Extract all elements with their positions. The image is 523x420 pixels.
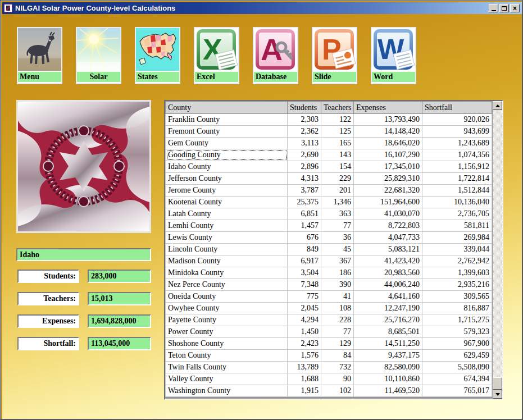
teachers-cell[interactable]: 77: [321, 220, 354, 232]
shortfall-cell[interactable]: 581,811: [422, 220, 492, 232]
table-row[interactable]: Nez Perce County 7,348 390 44,006,240 2,…: [166, 279, 492, 291]
table-row[interactable]: Power County 1,450 77 8,685,501 579,323: [166, 326, 492, 338]
shortfall-cell[interactable]: 816,887: [422, 303, 492, 314]
county-cell[interactable]: Gooding County: [166, 149, 288, 161]
expenses-cell[interactable]: 10,110,860: [354, 373, 422, 385]
shortfall-cell[interactable]: 629,459: [422, 350, 492, 362]
teachers-cell[interactable]: 363: [321, 208, 354, 220]
county-cell[interactable]: Lewis County: [166, 232, 288, 244]
expenses-cell[interactable]: 20,983,560: [354, 267, 422, 279]
county-cell[interactable]: Shoshone County: [166, 338, 288, 350]
table-row[interactable]: Teton County 1,576 84 9,437,175 629,459: [166, 350, 492, 362]
shortfall-cell[interactable]: 674,394: [422, 373, 492, 385]
shortfall-cell[interactable]: 1,399,603: [422, 267, 492, 279]
teachers-cell[interactable]: 90: [321, 373, 354, 385]
teachers-cell[interactable]: 102: [321, 385, 354, 397]
students-cell[interactable]: 1,688: [288, 373, 321, 385]
shortfall-cell[interactable]: 765,017: [422, 385, 492, 397]
vertical-scrollbar[interactable]: [493, 101, 502, 399]
county-cell[interactable]: Valley County: [166, 373, 288, 385]
students-cell[interactable]: 7,348: [288, 279, 321, 291]
shortfall-cell[interactable]: 339,044: [422, 244, 492, 255]
expenses-value-field[interactable]: 1,694,828,000: [88, 314, 151, 328]
expenses-cell[interactable]: 44,006,240: [354, 279, 422, 291]
expenses-cell[interactable]: 13,793,490: [354, 114, 422, 126]
column-header-shortfall[interactable]: Shortfall: [422, 102, 492, 114]
teachers-cell[interactable]: 229: [321, 173, 354, 185]
teachers-cell[interactable]: 129: [321, 338, 354, 350]
slide-button[interactable]: P Slide: [312, 27, 357, 84]
teachers-cell[interactable]: 45: [321, 244, 354, 255]
expenses-cell[interactable]: 82,580,090: [354, 362, 422, 373]
teachers-cell[interactable]: 367: [321, 255, 354, 267]
shortfall-value-field[interactable]: 113,045,000: [88, 337, 151, 350]
county-cell[interactable]: Kootenai County: [166, 197, 288, 208]
expenses-cell[interactable]: 22,681,320: [354, 185, 422, 197]
table-row[interactable]: Owyhee County 2,045 108 12,247,190 816,8…: [166, 303, 492, 314]
minimize-button[interactable]: [489, 4, 498, 12]
teachers-cell[interactable]: 77: [321, 326, 354, 338]
shortfall-cell[interactable]: 579,323: [422, 326, 492, 338]
students-cell[interactable]: 1,450: [288, 326, 321, 338]
teachers-cell[interactable]: 228: [321, 314, 354, 326]
table-row[interactable]: Washington County 1,915 102 11,469,520 7…: [166, 385, 492, 397]
county-cell[interactable]: Jefferson County: [166, 173, 288, 185]
column-header-county[interactable]: County: [166, 102, 288, 114]
students-cell[interactable]: 25,375: [288, 197, 321, 208]
students-cell[interactable]: 3,504: [288, 267, 321, 279]
shortfall-cell[interactable]: 943,699: [422, 126, 492, 138]
expenses-cell[interactable]: 9,437,175: [354, 350, 422, 362]
county-cell[interactable]: Idaho County: [166, 161, 288, 173]
table-row[interactable]: Minidoka County 3,504 186 20,983,560 1,3…: [166, 267, 492, 279]
column-header-students[interactable]: Students: [288, 102, 321, 114]
teachers-cell[interactable]: 41: [321, 291, 354, 303]
table-row[interactable]: Latah County 6,851 363 41,030,070 2,736,…: [166, 208, 492, 220]
county-cell[interactable]: Twin Falls County: [166, 362, 288, 373]
table-row[interactable]: Jerome County 3,787 201 22,681,320 1,512…: [166, 185, 492, 197]
students-cell[interactable]: 4,313: [288, 173, 321, 185]
table-row[interactable]: Oneida County 775 41 4,641,160 309,565: [166, 291, 492, 303]
table-row[interactable]: Franklin County 2,303 122 13,793,490 920…: [166, 114, 492, 126]
teachers-cell[interactable]: 122: [321, 114, 354, 126]
shortfall-cell[interactable]: 967,900: [422, 338, 492, 350]
students-cell[interactable]: 2,303: [288, 114, 321, 126]
county-cell[interactable]: Fremont County: [166, 126, 288, 138]
column-header-teachers[interactable]: Teachers: [321, 102, 354, 114]
table-row[interactable]: Payette County 4,294 228 25,716,270 1,71…: [166, 314, 492, 326]
expenses-cell[interactable]: 4,047,733: [354, 232, 422, 244]
table-row[interactable]: Gooding County 2,690 143 16,107,290 1,07…: [166, 149, 492, 161]
title-bar[interactable]: NILGAI Solar Power County-level Calculat…: [2, 2, 522, 14]
teachers-cell[interactable]: 390: [321, 279, 354, 291]
excel-button[interactable]: X Excel: [194, 27, 239, 84]
table-row[interactable]: Jefferson County 4,313 229 25,829,310 1,…: [166, 173, 492, 185]
county-cell[interactable]: Lemhi County: [166, 220, 288, 232]
expenses-cell[interactable]: 25,716,270: [354, 314, 422, 326]
students-cell[interactable]: 4,294: [288, 314, 321, 326]
maximize-button[interactable]: [499, 4, 509, 12]
county-cell[interactable]: Power County: [166, 326, 288, 338]
students-cell[interactable]: 2,045: [288, 303, 321, 314]
expenses-cell[interactable]: 41,030,070: [354, 208, 422, 220]
column-header-expenses[interactable]: Expenses: [354, 102, 422, 114]
students-cell[interactable]: 676: [288, 232, 321, 244]
solar-button[interactable]: Solar: [76, 27, 121, 84]
students-cell[interactable]: 1,576: [288, 350, 321, 362]
students-cell[interactable]: 3,787: [288, 185, 321, 197]
expenses-cell[interactable]: 8,685,501: [354, 326, 422, 338]
county-cell[interactable]: Washington County: [166, 385, 288, 397]
county-cell[interactable]: Gem County: [166, 138, 288, 149]
students-cell[interactable]: 2,896: [288, 161, 321, 173]
teachers-cell[interactable]: 36: [321, 232, 354, 244]
county-cell[interactable]: Owyhee County: [166, 303, 288, 314]
shortfall-cell[interactable]: 1,715,275: [422, 314, 492, 326]
table-row[interactable]: Kootenai County 25,375 1,346 151,964,600…: [166, 197, 492, 208]
word-button[interactable]: W Word: [371, 27, 416, 84]
expenses-cell[interactable]: 4,641,160: [354, 291, 422, 303]
students-cell[interactable]: 849: [288, 244, 321, 255]
shortfall-cell[interactable]: 10,136,040: [422, 197, 492, 208]
menu-button[interactable]: Menu: [17, 27, 62, 84]
students-cell[interactable]: 2,690: [288, 149, 321, 161]
county-cell[interactable]: Payette County: [166, 314, 288, 326]
expenses-cell[interactable]: 16,107,290: [354, 149, 422, 161]
students-cell[interactable]: 1,457: [288, 220, 321, 232]
